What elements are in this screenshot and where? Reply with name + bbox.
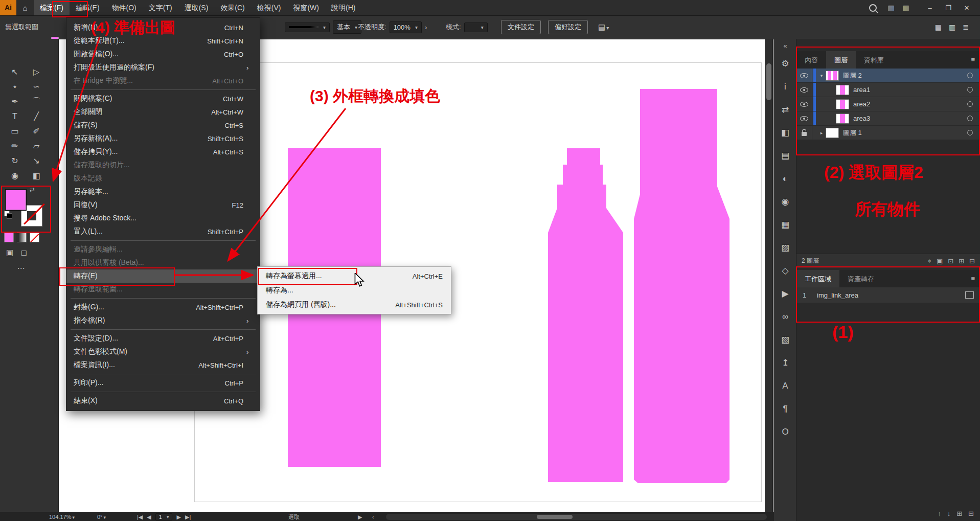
visibility-toggle[interactable] <box>796 111 812 125</box>
file-menu-item[interactable]: 另存範本... <box>66 185 260 198</box>
menubar-menu[interactable]: 檢視(V) <box>251 0 287 15</box>
status-splitter-icon[interactable]: ‹ <box>372 512 374 521</box>
align-options-icon[interactable]: ▤ <box>598 22 609 32</box>
color-button[interactable] <box>4 233 14 242</box>
arrange-documents-icon[interactable]: ▦ <box>888 4 895 12</box>
panel-tab[interactable]: 資產轉存 <box>839 270 882 287</box>
move-down-icon[interactable]: ↓ <box>947 510 951 517</box>
links-panel-icon[interactable]: ∞ <box>774 305 796 328</box>
opacity-dropdown[interactable]: 100% <box>390 21 422 33</box>
search-icon[interactable] <box>869 4 877 12</box>
panel-menu-icon[interactable] <box>971 270 980 287</box>
rotate-tool[interactable]: ↻ <box>4 153 26 168</box>
layer-row[interactable]: ▾ 圖層 2 <box>796 69 980 83</box>
artboard-page-icon[interactable] <box>965 291 974 299</box>
layer-name[interactable]: 圖層 1 <box>843 128 967 138</box>
direct-selection-tool[interactable]: ▷ <box>26 64 47 79</box>
artboard-name[interactable]: img_link_area <box>817 291 858 299</box>
pathfinder-panel-icon[interactable]: ◧ <box>774 121 796 144</box>
workspace-switcher-icon[interactable]: ▥ <box>903 4 909 12</box>
file-menu-item[interactable]: 文件色彩模式(M) <box>66 345 260 358</box>
file-menu-item[interactable]: 儲存拷貝(Y)... Alt+Ctrl+S <box>66 145 260 158</box>
visibility-toggle[interactable] <box>796 97 812 111</box>
layer-thumbnail[interactable] <box>826 128 839 138</box>
file-menu-item[interactable] <box>66 327 260 332</box>
swap-fill-stroke-icon[interactable]: ⇄ <box>30 186 35 193</box>
file-menu-item[interactable]: 打開最近使用過的檔案(F) <box>66 61 260 74</box>
curvature-tool[interactable]: ⌒ <box>26 94 47 109</box>
file-menu-item[interactable]: 邀請參與編輯... <box>66 243 260 256</box>
file-menu-item[interactable]: 新增(N)... Ctrl+N <box>66 21 260 34</box>
paragraph-panel-icon[interactable]: ¶ <box>774 397 796 420</box>
file-menu-item[interactable]: 另存新檔(A)... Shift+Ctrl+S <box>66 132 260 145</box>
layer-row[interactable]: area3 <box>796 111 980 126</box>
layer-name[interactable]: area3 <box>853 115 967 122</box>
properties-panel-icon[interactable]: ⚙ <box>774 52 796 75</box>
file-menu-item[interactable] <box>66 296 260 301</box>
menubar-menu[interactable]: 編輯(E) <box>70 0 106 15</box>
file-menu-item[interactable]: 回復(V) F12 <box>66 198 260 212</box>
panel-tab[interactable]: 工作區域 <box>796 270 839 287</box>
menubar-menu[interactable]: 視窗(W) <box>287 0 325 15</box>
color-guide-panel-icon[interactable]: ◉ <box>774 190 796 213</box>
target-circle-icon[interactable] <box>967 116 973 121</box>
layer-thumbnail[interactable] <box>836 85 849 95</box>
symbols-panel-icon[interactable]: ◇ <box>774 259 796 282</box>
minimize-button[interactable]: – <box>921 0 939 15</box>
character-panel-icon[interactable]: A <box>774 374 796 397</box>
visibility-toggle[interactable] <box>796 83 812 97</box>
vertical-scrollbar[interactable] <box>765 39 773 512</box>
move-up-icon[interactable]: ↑ <box>938 510 941 517</box>
prev-artboard-icon[interactable]: ◀ <box>147 514 151 520</box>
next-artboard-icon[interactable]: ▶ <box>176 514 180 520</box>
new-artboard-icon[interactable]: ⊞ <box>956 510 962 517</box>
transform-panel-icon[interactable]: ⇄ <box>774 98 796 121</box>
horizontal-scrollbar[interactable] <box>386 514 767 520</box>
restore-button[interactable]: ❐ <box>939 0 958 15</box>
rectangle-tool[interactable]: ▭ <box>4 124 26 139</box>
swatches-panel-icon[interactable]: ▦ <box>774 213 796 236</box>
file-menu-item[interactable]: 轉存選取範圍... <box>66 283 260 296</box>
expand-chevron-icon[interactable]: ▸ <box>817 130 826 135</box>
zoom-control[interactable]: 104.17% <box>49 512 75 521</box>
layer-row[interactable]: area2 <box>796 97 980 111</box>
panel-tab[interactable]: 圖層 <box>826 51 856 69</box>
submenu-item[interactable]: 轉存為... <box>258 283 451 298</box>
gradient-button[interactable] <box>17 233 27 242</box>
new-sublayer-icon[interactable]: ⊡ <box>948 257 953 265</box>
scale-tool[interactable]: ↘ <box>26 153 47 168</box>
rotation-control[interactable]: 0° <box>97 512 106 521</box>
panel-tab[interactable]: 內容 <box>796 51 826 69</box>
selection-tool[interactable]: ↖ <box>4 64 26 79</box>
file-menu-item[interactable] <box>66 87 260 92</box>
none-button[interactable] <box>30 233 39 242</box>
submenu-item[interactable]: 轉存為螢幕適用... Alt+Ctrl+E <box>258 269 451 283</box>
paintbrush-tool[interactable]: ✐ <box>26 124 47 139</box>
file-menu-item[interactable]: 儲存選取的切片... <box>66 158 260 172</box>
type-tool[interactable]: T <box>4 109 26 124</box>
gradient-tool[interactable]: ◧ <box>26 168 47 183</box>
pencil-tool[interactable]: ✏ <box>4 139 26 153</box>
file-menu-item[interactable]: 全部關閉 Alt+Ctrl+W <box>66 105 260 119</box>
file-menu-item[interactable]: 指令檔(R) <box>66 314 260 327</box>
target-circle-icon[interactable] <box>967 101 973 107</box>
preferences-button[interactable]: 偏好設定 <box>548 20 588 34</box>
show-grid-icon[interactable]: ▦ <box>935 23 942 31</box>
file-menu-item[interactable]: 置入(L)... Shift+Ctrl+P <box>66 225 260 238</box>
panel-options-icon[interactable]: ≣ <box>963 23 969 31</box>
artboard-row[interactable]: 1 img_link_area <box>796 287 980 303</box>
panel-tab[interactable]: 資料庫 <box>856 51 892 69</box>
close-button[interactable]: ✕ <box>958 0 976 15</box>
color-panel-icon[interactable]: ◐ <box>774 167 796 190</box>
lasso-tool[interactable]: ∽ <box>26 79 47 94</box>
draw-normal-icon[interactable]: ▣ <box>4 248 15 257</box>
appearance-panel-icon[interactable]: ▤ <box>774 144 796 167</box>
file-menu-item[interactable]: 檔案資訊(I)... Alt+Shift+Ctrl+I <box>66 358 260 372</box>
first-artboard-icon[interactable]: |◀ <box>137 514 143 520</box>
submenu-item[interactable]: 儲存為網頁用 (舊版)... Alt+Shift+Ctrl+S <box>258 298 451 312</box>
edit-toolbar-icon[interactable]: ⋯ <box>15 264 27 273</box>
layer-row[interactable]: ▸ 圖層 1 <box>796 126 980 140</box>
actions-panel-icon[interactable]: ▶ <box>774 282 796 305</box>
file-menu-item[interactable]: 在 Bridge 中瀏覽... Alt+Ctrl+O <box>66 74 260 87</box>
expand-panels-icon[interactable]: « <box>783 39 787 52</box>
